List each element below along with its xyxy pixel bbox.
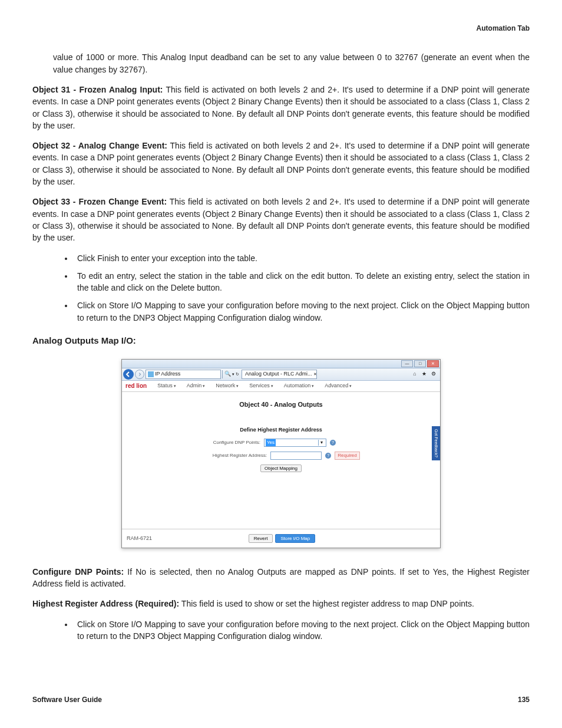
configure-dnp-label: Configure DNP Points: bbox=[196, 439, 260, 446]
forward-button[interactable] bbox=[135, 370, 144, 379]
list-item: Click on Store I/O Mapping to save your … bbox=[74, 618, 530, 643]
nav-status[interactable]: Status▾ bbox=[157, 382, 176, 390]
list-item: Click Finish to enter your exception int… bbox=[74, 252, 530, 264]
minimize-button[interactable]: — bbox=[401, 360, 413, 367]
object-32-label: Object 32 - Analog Change Event: bbox=[32, 141, 167, 150]
page-title: Object 40 - Analog Outputs bbox=[127, 400, 435, 410]
browser-toolbar: IP Address 🔍▾↻ Analog Output - RLC Admi.… bbox=[122, 368, 440, 381]
configure-dnp-select[interactable]: Yes ▾ bbox=[264, 439, 326, 447]
nav-automation[interactable]: Automation▾ bbox=[284, 382, 315, 390]
back-button[interactable] bbox=[123, 369, 134, 380]
app-nav-bar: red lion Status▾ Admin▾ Network▾ Service… bbox=[122, 381, 440, 392]
form-block: Define Highest Register Address Configur… bbox=[127, 426, 435, 472]
bullet-list-1: Click Finish to enter your exception int… bbox=[32, 252, 530, 324]
app-window: — □ ✕ IP Address 🔍▾↻ Analog Output - RLC… bbox=[121, 359, 441, 548]
model-label: RAM-6721 bbox=[127, 535, 152, 542]
address-bar[interactable]: IP Address bbox=[146, 370, 221, 379]
highest-register-paragraph: Highest Register Address (Required): Thi… bbox=[32, 598, 530, 610]
favorites-icon[interactable]: ★ bbox=[421, 371, 427, 377]
app-content: Object 40 - Analog Outputs Define Highes… bbox=[122, 392, 440, 529]
tab-title: Analog Output - RLC Admi... bbox=[245, 370, 312, 378]
gear-icon[interactable]: ⚙ bbox=[431, 371, 437, 377]
address-text: IP Address bbox=[155, 370, 180, 378]
configure-dnp-paragraph: Configure DNP Points: If No is selected,… bbox=[32, 566, 530, 590]
required-badge: Required bbox=[335, 452, 359, 460]
browser-action-icons: ⌂ ★ ⚙ bbox=[412, 371, 439, 377]
object-31-paragraph: Object 31 - Frozen Analog Input: This fi… bbox=[32, 84, 530, 131]
revert-button[interactable]: Revert bbox=[249, 534, 273, 543]
object-mapping-button[interactable]: Object Mapping bbox=[260, 465, 302, 472]
section-heading: Analog Outputs Map I/O: bbox=[32, 334, 530, 347]
page-header-tab: Automation Tab bbox=[32, 24, 530, 34]
highest-register-label-text: Highest Register Address (Required): bbox=[32, 599, 179, 608]
object-33-label: Object 33 - Frozen Change Event: bbox=[32, 197, 167, 206]
intro-paragraph: value of 1000 or more. This Analog Input… bbox=[53, 51, 530, 75]
arrow-right-icon bbox=[137, 372, 142, 377]
footer-left: Software User Guide bbox=[32, 695, 102, 705]
bottom-bar: RAM-6721 Revert Store I/O Map bbox=[122, 529, 440, 548]
bullet-list-2: Click on Store I/O Mapping to save your … bbox=[32, 618, 530, 643]
list-item: Click on Store I/O Mapping to save your … bbox=[74, 299, 530, 324]
nav-advanced[interactable]: Advanced▾ bbox=[325, 382, 352, 390]
list-item: To edit an entry, select the station in … bbox=[74, 270, 530, 294]
maximize-button[interactable]: □ bbox=[414, 360, 426, 367]
window-titlebar: — □ ✕ bbox=[122, 360, 440, 368]
highest-register-text: This field is used to show or set the hi… bbox=[179, 599, 474, 608]
tab-close-icon[interactable]: ✕ bbox=[313, 371, 317, 377]
search-icon: 🔍 bbox=[224, 370, 231, 378]
home-icon[interactable]: ⌂ bbox=[412, 371, 418, 377]
arrow-left-icon bbox=[125, 371, 131, 377]
form-heading: Define Highest Register Address bbox=[127, 426, 435, 434]
logo: red lion bbox=[125, 382, 147, 391]
site-icon bbox=[148, 371, 154, 377]
help-icon[interactable]: ? bbox=[325, 453, 331, 459]
page-footer: Software User Guide 135 bbox=[32, 695, 530, 705]
browser-tab[interactable]: Analog Output - RLC Admi... ✕ bbox=[242, 370, 317, 379]
help-icon[interactable]: ? bbox=[330, 440, 336, 446]
screenshot-figure: — □ ✕ IP Address 🔍▾↻ Analog Output - RLC… bbox=[32, 359, 530, 548]
highest-register-input[interactable] bbox=[270, 452, 322, 460]
search-controls[interactable]: 🔍▾↻ bbox=[222, 370, 240, 378]
nav-network[interactable]: Network▾ bbox=[216, 382, 239, 390]
object-33-paragraph: Object 33 - Frozen Change Event: This fi… bbox=[32, 196, 530, 243]
footer-page-number: 135 bbox=[518, 695, 530, 705]
object-31-label: Object 31 - Frozen Analog Input: bbox=[32, 85, 163, 94]
nav-services[interactable]: Services▾ bbox=[249, 382, 273, 390]
select-value: Yes bbox=[266, 439, 276, 446]
nav-admin[interactable]: Admin▾ bbox=[187, 382, 206, 390]
chevron-down-icon: ▾ bbox=[318, 440, 325, 446]
highest-register-label: Highest Register Address: bbox=[202, 452, 267, 459]
object-32-paragraph: Object 32 - Analog Change Event: This fi… bbox=[32, 140, 530, 187]
configure-dnp-label-text: Configure DNP Points: bbox=[32, 567, 124, 577]
highest-register-row: Highest Register Address: ? Required bbox=[127, 452, 435, 460]
configure-dnp-row: Configure DNP Points: Yes ▾ ? bbox=[127, 439, 435, 447]
store-io-map-button[interactable]: Store I/O Map bbox=[275, 534, 315, 543]
feedback-tab[interactable]: Got Feedback? bbox=[432, 426, 440, 460]
close-button[interactable]: ✕ bbox=[427, 360, 439, 367]
